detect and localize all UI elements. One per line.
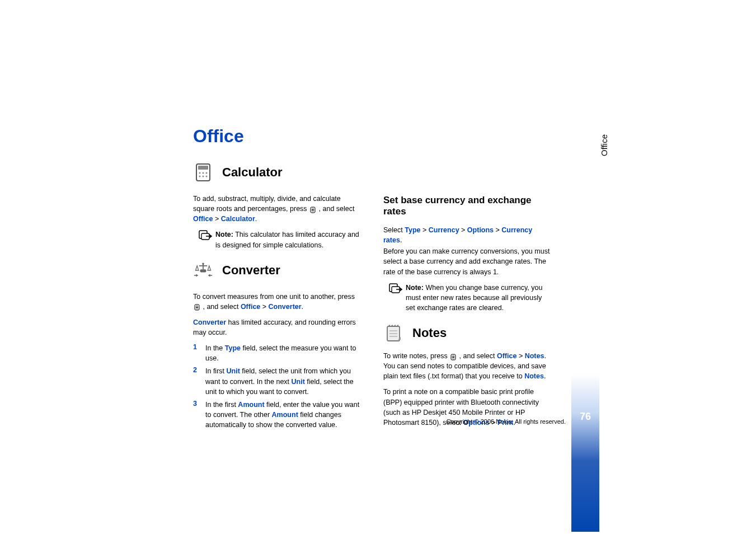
notes-section-header: Notes [383, 323, 551, 343]
list-item: 3 In the first Amount field, enter the v… [193, 400, 361, 430]
exchange-select: Select Type > Currency > Options > Curre… [383, 225, 551, 245]
svg-point-12 [202, 263, 204, 265]
note-icon [389, 283, 401, 292]
calculator-section-header: Calculator [193, 162, 361, 182]
list-item: 1 In the Type field, select the measure … [193, 343, 361, 363]
office-link: Office [193, 215, 213, 223]
page-gradient [571, 374, 599, 532]
svg-rect-13 [200, 269, 206, 272]
two-column-layout: Calculator To add, substract, multiply, … [193, 162, 582, 433]
menu-key-icon [194, 303, 200, 310]
notes-heading: Notes [412, 326, 447, 340]
notes-link: Notes [524, 372, 544, 380]
notes-icon [383, 323, 403, 343]
notes-p1: To write notes, press , and select Offic… [383, 351, 551, 381]
svg-point-23 [453, 357, 454, 358]
svg-rect-1 [198, 166, 208, 170]
left-column: Calculator To add, substract, multiply, … [193, 162, 361, 433]
page-number: 76 [571, 408, 599, 425]
svg-point-7 [206, 176, 208, 177]
menu-key-icon [309, 206, 316, 213]
list-item: 2 In first Unit field, select the unit f… [193, 366, 361, 396]
notes-link: Notes [525, 352, 544, 360]
converter-icon [193, 260, 213, 280]
exchange-note: Note: When you change base currency, you… [383, 283, 551, 313]
copyright-text: Copyright © 2006 Nokia. All rights reser… [446, 418, 566, 425]
exchange-body: Before you can make currency conversions… [383, 246, 551, 277]
converter-heading: Converter [222, 263, 280, 278]
exchange-heading: Set base currency and exchange rates [383, 195, 551, 217]
calculator-intro: To add, substract, multiply, divide, and… [193, 194, 361, 224]
converter-section-header: Converter [193, 260, 361, 280]
svg-point-3 [203, 172, 204, 174]
svg-point-2 [199, 172, 201, 174]
converter-intro: To convert measures from one unit to ano… [193, 292, 361, 312]
svg-point-6 [203, 176, 204, 177]
converter-warning: Converter has limited accuracy, and roun… [193, 317, 361, 338]
note-label: Note: [215, 231, 233, 238]
svg-point-4 [206, 172, 208, 174]
note-icon [199, 230, 211, 239]
converter-link: Converter [269, 303, 302, 311]
menu-key-icon [450, 353, 457, 360]
office-link: Office [241, 303, 260, 311]
right-column: Set base currency and exchange rates Sel… [383, 162, 551, 433]
side-tab-label: Office [599, 134, 609, 156]
svg-point-5 [199, 176, 201, 177]
calculator-link: Calculator [221, 215, 255, 223]
note-label: Note: [406, 284, 424, 292]
calculator-note: Note: This calculator has limited accura… [193, 229, 361, 250]
svg-point-9 [312, 209, 313, 210]
document-page: Office Calculator To add, substract, mul… [0, 0, 756, 534]
svg-point-15 [196, 307, 198, 308]
page-title: Office [193, 126, 756, 147]
calculator-icon [193, 162, 213, 182]
office-link: Office [497, 352, 516, 360]
calculator-heading: Calculator [222, 165, 283, 180]
